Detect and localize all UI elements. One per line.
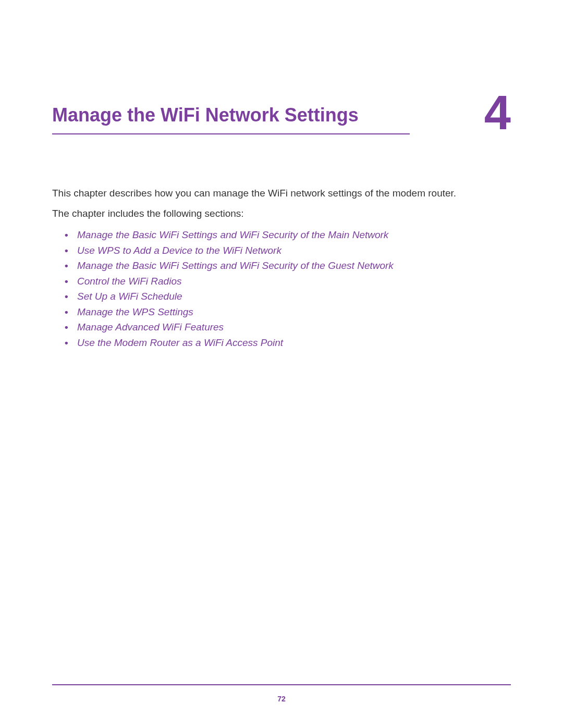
section-link[interactable]: Control the WiFi Radios xyxy=(77,274,511,289)
section-link[interactable]: Manage Advanced WiFi Features xyxy=(77,320,511,335)
page-footer: 72 xyxy=(52,684,511,703)
section-link[interactable]: Use WPS to Add a Device to the WiFi Netw… xyxy=(77,243,511,258)
intro-paragraph: This chapter describes how you can manag… xyxy=(52,187,511,201)
sections-intro: The chapter includes the following secti… xyxy=(52,207,511,221)
chapter-number: 4 xyxy=(484,89,511,137)
section-link[interactable]: Manage the Basic WiFi Settings and WiFi … xyxy=(77,228,511,242)
section-link[interactable]: Manage the Basic WiFi Settings and WiFi … xyxy=(77,258,511,273)
section-link[interactable]: Set Up a WiFi Schedule xyxy=(77,289,511,304)
page-number: 72 xyxy=(52,695,511,703)
footer-divider xyxy=(52,684,511,685)
section-link[interactable]: Manage the WPS Settings xyxy=(77,305,511,319)
sections-list: Manage the Basic WiFi Settings and WiFi … xyxy=(52,228,511,350)
chapter-title: Manage the WiFi Network Settings xyxy=(52,104,410,134)
page-container: Manage the WiFi Network Settings 4 This … xyxy=(0,0,563,728)
section-link[interactable]: Use the Modem Router as a WiFi Access Po… xyxy=(77,336,511,350)
chapter-header: Manage the WiFi Network Settings 4 xyxy=(52,104,511,134)
